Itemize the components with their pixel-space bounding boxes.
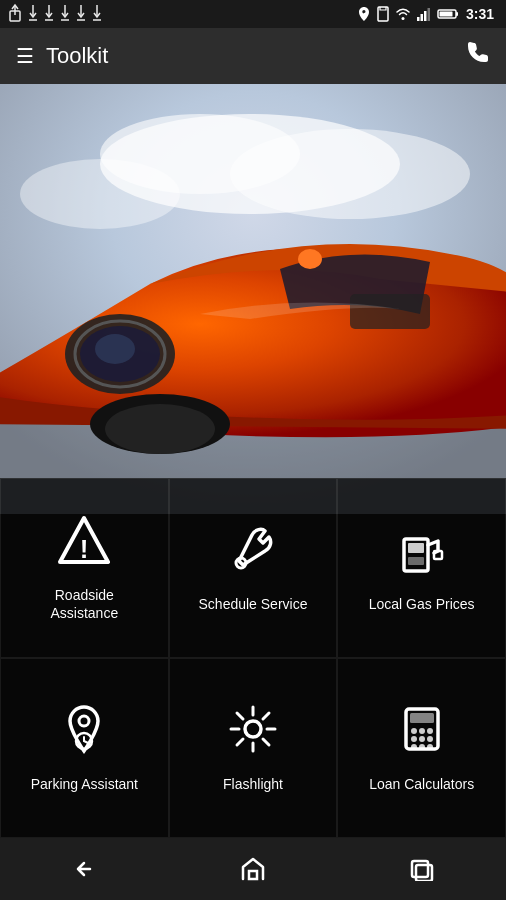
parking-assistant-label: Parking Assistant (31, 775, 138, 793)
app-toolbar: ☰ Toolkit (0, 28, 506, 84)
hero-image (0, 84, 506, 514)
loan-calculators-label: Loan Calculators (369, 775, 474, 793)
svg-point-64 (427, 744, 433, 750)
warning-icon: ! (58, 514, 110, 574)
svg-point-24 (20, 159, 180, 229)
flashlight-label: Flashlight (223, 775, 283, 793)
svg-rect-19 (439, 12, 452, 17)
loan-calculators-item[interactable]: Loan Calculators (337, 658, 506, 838)
svg-rect-66 (412, 861, 428, 877)
bottom-nav (0, 838, 506, 900)
svg-point-41 (79, 716, 89, 726)
svg-point-56 (411, 728, 417, 734)
svg-line-44 (84, 741, 88, 743)
menu-icon[interactable]: ☰ (16, 44, 34, 68)
home-button[interactable] (219, 847, 287, 891)
svg-point-58 (427, 728, 433, 734)
svg-rect-67 (416, 865, 432, 881)
local-gas-prices-item[interactable]: Local Gas Prices (337, 478, 506, 658)
calculator-icon (396, 703, 448, 763)
svg-rect-14 (420, 14, 423, 21)
svg-line-53 (237, 739, 243, 745)
svg-rect-38 (408, 543, 424, 553)
grid-section: ! Roadside Assistance Schedule Service (0, 478, 506, 838)
svg-point-57 (419, 728, 425, 734)
svg-rect-39 (408, 557, 424, 565)
svg-point-63 (419, 744, 425, 750)
gas-pump-icon (396, 523, 448, 583)
svg-rect-18 (456, 12, 458, 16)
svg-rect-15 (424, 11, 427, 21)
roadside-assistance-label: Roadside Assistance (50, 586, 118, 622)
flashlight-item[interactable]: Flashlight (169, 658, 338, 838)
svg-point-23 (230, 129, 470, 219)
svg-rect-40 (434, 551, 442, 559)
svg-text:!: ! (80, 534, 89, 564)
svg-rect-65 (249, 871, 257, 879)
signal-icon (416, 7, 432, 21)
parking-assistant-item[interactable]: Parking Assistant (0, 658, 169, 838)
svg-rect-16 (427, 8, 430, 21)
wrench-icon (227, 523, 279, 583)
svg-line-51 (263, 739, 269, 745)
toolbar-title: Toolkit (46, 43, 108, 69)
svg-point-30 (298, 249, 322, 269)
svg-rect-13 (417, 17, 420, 21)
back-button[interactable] (50, 849, 118, 889)
svg-rect-31 (350, 294, 430, 329)
status-bar: 3:31 (0, 0, 506, 28)
svg-point-33 (105, 404, 215, 454)
battery-icon (437, 8, 459, 20)
svg-point-61 (427, 736, 433, 742)
status-time: 3:31 (466, 6, 494, 22)
flashlight-icon (227, 703, 279, 763)
svg-point-29 (95, 334, 135, 364)
phone-icon[interactable] (464, 40, 490, 72)
roadside-assistance-item[interactable]: ! Roadside Assistance (0, 478, 169, 658)
local-gas-prices-label: Local Gas Prices (369, 595, 475, 613)
svg-point-60 (419, 736, 425, 742)
svg-line-52 (263, 713, 269, 719)
svg-point-62 (411, 744, 417, 750)
svg-rect-55 (410, 713, 434, 723)
notification-icons (0, 0, 118, 28)
sim-icon (376, 6, 390, 22)
parking-icon (58, 703, 110, 763)
svg-line-50 (237, 713, 243, 719)
svg-point-45 (245, 721, 261, 737)
schedule-service-label: Schedule Service (199, 595, 308, 613)
wifi-icon (395, 7, 411, 21)
recents-button[interactable] (388, 849, 456, 889)
location-icon (357, 6, 371, 22)
schedule-service-item[interactable]: Schedule Service (169, 478, 338, 658)
toolbar-left: ☰ Toolkit (16, 43, 108, 69)
svg-point-59 (411, 736, 417, 742)
